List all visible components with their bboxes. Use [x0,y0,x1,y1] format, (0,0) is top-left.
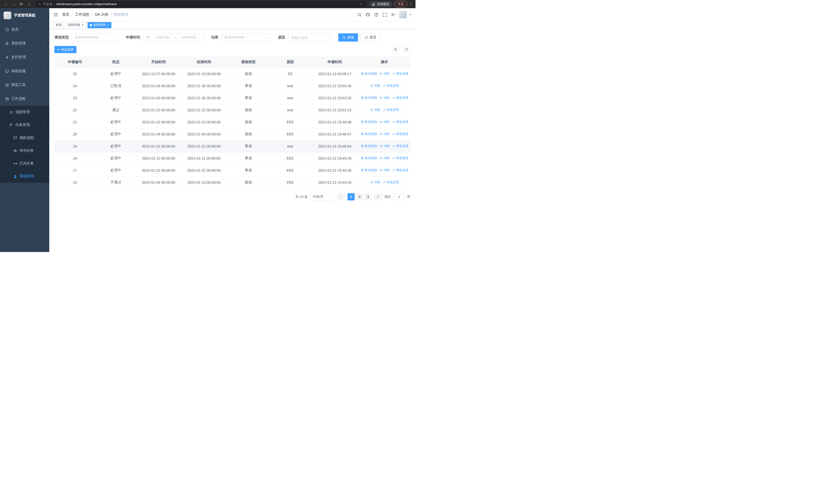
breadcrumb-item[interactable]: 首页 [62,12,69,17]
detail-action-link[interactable]: 详情 [379,156,390,160]
avatar-dropdown-caret-icon[interactable] [409,14,411,16]
detail-action-link[interactable]: 详情 [379,71,390,76]
eye-icon [379,132,383,136]
sidebar-item-label: 待办任务 [20,148,34,153]
leave-type-field: 请假类型 请选择请假类型 [54,33,118,41]
progress-action-link[interactable]: 审批进度 [383,180,399,184]
sidebar-item-payment[interactable]: ¥支付管理 [0,50,49,64]
forward-icon[interactable]: → [10,0,17,8]
cancel-action-link[interactable]: 取消请假 [361,168,377,173]
page-number-button[interactable]: 2 [356,193,363,200]
reason-input[interactable] [288,33,331,41]
page-number-button[interactable]: 1 [347,193,355,200]
tab-close-icon[interactable]: × [107,23,109,27]
apply-time-range-picker[interactable]: 开始日期 - 结束日期 [143,33,203,41]
progress-action-link[interactable]: 审批进度 [392,168,408,173]
cancel-action-link[interactable]: 取消请假 [361,144,377,148]
detail-action-link[interactable]: 详情 [379,120,390,124]
prev-page-button[interactable] [337,193,345,200]
tags-view-tab[interactable]: 首页 [53,22,64,28]
sidebar-item-infra[interactable]: 基础设施 [0,64,49,78]
back-icon[interactable]: ← [3,0,9,8]
tags-view-tab[interactable]: 流程详情× [65,22,86,28]
detail-action-link[interactable]: 详情 [379,168,390,173]
breadcrumb-item[interactable]: 工作流程 [75,12,89,17]
toggle-search-button[interactable] [392,46,400,53]
github-icon[interactable] [366,12,370,17]
tags-view-tab[interactable]: 请假查询× [87,22,112,28]
search-icon[interactable] [357,12,362,17]
sidebar-item-process-mgmt[interactable]: 流程管理 [0,106,49,119]
cancel-action-link[interactable]: 取消请假 [361,132,377,136]
progress-action-link[interactable]: 审批进度 [392,132,408,136]
cell-applied: 2022-01-22 23:51:15 [311,104,359,116]
detail-action-link[interactable]: 详情 [379,96,390,100]
detail-action-link[interactable]: 详情 [379,132,390,136]
detail-action-link[interactable]: 详情 [370,108,380,112]
page-number-button[interactable]: 3 [365,193,372,200]
refresh-table-button[interactable] [403,46,410,53]
sidebar-item-workflow[interactable]: 工作流程 [0,92,49,106]
cancel-action-link[interactable]: 取消请假 [361,120,377,124]
detail-action-link[interactable]: 详情 [370,84,380,88]
sidebar-item-system[interactable]: 系统管理 [0,36,49,50]
tab-close-icon[interactable]: × [81,23,84,27]
app-frame: 芋道管理系统 首页系统管理¥支付管理基础设施研发工具工作流程流程管理任务管理我的… [0,8,416,252]
box-icon [5,83,9,87]
progress-action-link[interactable]: 审批进度 [392,96,408,100]
sidebar-item-my-process[interactable]: 我的流程 [0,131,49,144]
sidebar-item-todo-task[interactable]: 待办任务 [0,144,49,157]
goto-page-input[interactable] [394,194,404,200]
font-size-icon[interactable]: TT [391,12,395,17]
refresh-icon [405,48,408,51]
detail-action-link[interactable]: 详情 [370,180,380,184]
user-avatar[interactable] [399,11,407,19]
sidebar-item-done-task[interactable]: 已办任务 [0,157,49,170]
sidebar-item-home[interactable]: 首页 [0,23,49,36]
leave-type-select[interactable]: 请选择请假类型 [72,33,118,41]
cell-applied: 2022-01-22 23:53:32 [311,92,359,104]
search-button[interactable]: 搜索 [338,33,358,41]
column-header: 申请编号 [54,56,95,68]
progress-action-link[interactable]: 审批进度 [392,120,408,124]
cell-end: 2022-01-11 00:00:00 [181,152,227,164]
cancel-action-link[interactable]: 取消请假 [361,156,377,160]
sidebar-item-devtools[interactable]: 研发工具 [0,78,49,92]
progress-action-link[interactable]: 审批进度 [392,156,408,160]
help-icon[interactable] [374,12,378,17]
reset-button[interactable]: 重置 [361,33,380,41]
cancel-icon [361,156,364,159]
cell-status: 处理中 [95,164,137,176]
next-page-button[interactable] [374,193,382,200]
progress-action-link[interactable]: 审批进度 [383,108,399,112]
column-header: 状态 [95,56,137,68]
cancel-action-link[interactable]: 取消请假 [361,96,377,100]
cell-actions: 取消请假详情审批进度 [359,128,410,140]
create-leave-button[interactable]: + 发起请假 [54,46,77,53]
cell-type: 病假 [227,104,270,116]
result-select[interactable]: 请选择流结果 [222,33,270,41]
page-size-select[interactable]: 10条/页 [310,193,335,200]
address-bar[interactable]: ⚠ 不安全 dashboard.yudao.iocoder.cn/bpm/oa/… [35,1,366,7]
browser-menu-icon[interactable]: ⋮ [408,0,413,8]
breadcrumb-item[interactable]: OA 示例 [95,12,108,17]
update-button[interactable]: 更新 [395,1,407,7]
detail-action-link[interactable]: 详情 [379,144,390,148]
cell-start: 2022-01-04 00:00:00 [136,176,181,188]
sidebar-logo[interactable]: 芋道管理系统 [0,8,49,23]
table-row: 17处理中2022-01-22 00:00:002022-01-22 00:00… [54,164,410,176]
fullscreen-icon[interactable] [383,12,387,17]
progress-action-link[interactable]: 审批进度 [392,144,408,148]
cancel-icon [361,169,364,172]
progress-action-link[interactable]: 审批进度 [392,71,408,76]
apply-time-field: 申请时间 开始日期 - 结束日期 [126,33,203,41]
cancel-action-link[interactable]: 取消请假 [361,71,377,76]
bookmark-star-icon[interactable]: ☆ [360,2,363,6]
reload-icon[interactable]: ⟳ [18,0,25,8]
progress-action-link[interactable]: 审批进度 [383,84,399,88]
home-icon[interactable]: ⌂ [26,0,32,8]
collapse-sidebar-icon[interactable] [53,12,58,17]
search-icon [342,36,346,39]
sidebar-item-leave-query[interactable]: 请假查询 [0,170,49,183]
sidebar-item-task-mgmt[interactable]: 任务管理 [0,119,49,131]
